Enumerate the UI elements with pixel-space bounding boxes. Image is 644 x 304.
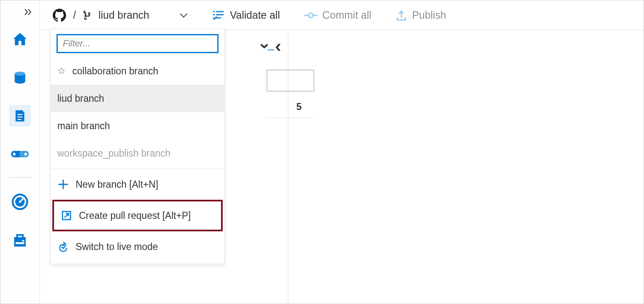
sidebar-item-monitor[interactable]: [9, 191, 31, 213]
svg-rect-3: [17, 117, 22, 118]
svg-point-1: [15, 72, 25, 76]
svg-rect-6: [19, 151, 29, 157]
plus-icon: [57, 179, 69, 190]
svg-point-8: [24, 153, 27, 156]
sidebar-item-home[interactable]: [9, 29, 31, 50]
commit-all-button[interactable]: Commit all: [304, 9, 371, 21]
dropdown-main-branch[interactable]: main branch: [51, 112, 224, 140]
dropdown-switch-live[interactable]: Switch to live mode: [51, 233, 224, 260]
sidebar-item-develop[interactable]: [9, 105, 31, 127]
svg-rect-13: [16, 242, 25, 244]
svg-point-19: [213, 14, 215, 15]
pane-collapse-icons[interactable]: [260, 43, 281, 52]
svg-rect-4: [17, 119, 21, 120]
branch-dropdown: ☆ collaboration branch liud branch main …: [50, 29, 225, 264]
publish-label: Publish: [412, 9, 446, 21]
dropdown-selected-branch[interactable]: liud branch: [51, 85, 224, 112]
background-divider: [267, 118, 314, 118]
dropdown-item-label: Switch to live mode: [76, 241, 158, 253]
sidebar-item-integrate[interactable]: [9, 143, 31, 165]
dropdown-item-label: workspace_publish branch: [57, 148, 170, 159]
left-sidebar: [0, 0, 40, 304]
open-external-icon: [61, 210, 72, 221]
dropdown-create-pr[interactable]: Create pull request [Alt+P]: [52, 200, 223, 231]
dropdown-collab-branch[interactable]: ☆ collaboration branch: [51, 57, 224, 85]
dropdown-item-label: New branch [Alt+N]: [76, 179, 158, 190]
commit-all-label: Commit all: [322, 9, 371, 21]
content-row: — 5 ☆ collaboration branch liud branch: [40, 30, 644, 304]
validate-all-label: Validate all: [230, 9, 280, 21]
breadcrumb-separator: /: [73, 9, 76, 21]
dropdown-item-label: Create pull request [Alt+P]: [79, 210, 191, 221]
svg-rect-14: [22, 240, 24, 242]
checklist-icon: [212, 10, 225, 21]
svg-point-12: [19, 201, 21, 203]
validate-all-button[interactable]: Validate all: [212, 9, 280, 21]
svg-point-21: [308, 13, 313, 17]
github-icon[interactable]: [52, 8, 66, 22]
dropdown-new-branch[interactable]: New branch [Alt+N]: [51, 171, 224, 198]
svg-point-18: [213, 11, 215, 12]
publish-icon: [396, 10, 407, 21]
chevron-down-icon: [179, 11, 188, 20]
sidebar-expand-icon[interactable]: [0, 8, 39, 16]
branch-selector[interactable]: liud branch: [83, 9, 188, 21]
main-area: / liud branch Validate all C: [40, 0, 644, 304]
top-toolbar: / liud branch Validate all C: [40, 0, 644, 30]
svg-point-7: [13, 153, 16, 156]
background-number: 5: [267, 101, 314, 113]
left-pane: — 5 ☆ collaboration branch liud branch: [40, 30, 288, 304]
dropdown-publish-branch: workspace_publish branch: [51, 140, 224, 167]
sidebar-item-data[interactable]: [9, 67, 31, 88]
switch-icon: [57, 241, 69, 253]
commit-icon: [304, 10, 317, 20]
dropdown-item-label: main branch: [57, 120, 110, 132]
publish-button[interactable]: Publish: [396, 9, 446, 21]
sidebar-item-manage[interactable]: [9, 229, 31, 251]
dropdown-divider: [51, 169, 224, 169]
dropdown-item-label: liud branch: [57, 93, 104, 104]
background-input-box[interactable]: [267, 70, 314, 91]
svg-rect-2: [17, 114, 22, 115]
right-pane: [288, 30, 644, 304]
branch-filter-input[interactable]: [57, 34, 219, 53]
branch-selector-label: liud branch: [98, 9, 149, 21]
sidebar-divider: [9, 177, 32, 178]
git-branch-icon: [83, 10, 93, 21]
star-icon: ☆: [57, 66, 66, 76]
dropdown-item-label: collaboration branch: [72, 66, 158, 77]
